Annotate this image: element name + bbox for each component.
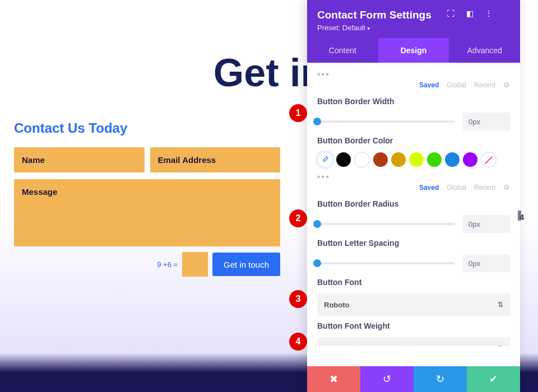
border-radius-value[interactable]: 0px (463, 215, 510, 233)
font-label: Button Font (317, 278, 510, 287)
swatch-black[interactable] (336, 152, 351, 167)
font-select[interactable]: Roboto ⇅ (317, 293, 510, 316)
swatch-gold[interactable] (391, 152, 406, 167)
history-recent[interactable]: Recent (474, 81, 495, 89)
slider-thumb-icon[interactable] (313, 259, 321, 267)
callout-4: 4 (289, 333, 307, 351)
submit-button[interactable]: Get in touch (212, 253, 280, 276)
side-number: 4 (520, 213, 524, 222)
swatch-purple[interactable] (463, 152, 477, 167)
chevron-updown-icon: ⇅ (498, 344, 503, 346)
swatch-none[interactable] (481, 152, 497, 167)
font-weight-select[interactable]: Medium ⇅ (317, 337, 510, 346)
letter-spacing-slider[interactable] (317, 262, 455, 264)
submit-row: 9 +6 = Get in touch (14, 252, 280, 277)
swatch-lime[interactable] (409, 152, 424, 167)
chevron-updown-icon: ⇅ (498, 301, 503, 309)
letter-spacing-slider-row: 0px (317, 254, 510, 272)
cancel-button[interactable]: ✖ (307, 366, 360, 392)
swatch-blue[interactable] (445, 152, 460, 167)
slider-thumb-icon[interactable] (313, 220, 321, 228)
email-input[interactable] (150, 147, 281, 172)
history-global[interactable]: Global (447, 81, 466, 89)
snap-icon[interactable]: ◧ (465, 9, 474, 18)
panel-body[interactable]: ••• Saved Global Recent ⚙ Button Border … (307, 63, 520, 346)
message-input[interactable] (14, 179, 280, 246)
border-width-slider[interactable] (317, 120, 455, 123)
font-weight-value: Medium (324, 344, 351, 347)
history-global-2[interactable]: Global (447, 184, 466, 192)
confirm-button[interactable]: ✔ (467, 366, 520, 392)
tab-advanced[interactable]: Advanced (449, 38, 520, 63)
captcha-input[interactable] (182, 252, 208, 277)
swatch-brown[interactable] (373, 152, 388, 167)
font-weight-label: Button Font Weight (317, 321, 510, 330)
form-heading: Contact Us Today (14, 120, 280, 136)
drag-dots-icon[interactable]: ••• (317, 69, 510, 80)
border-width-label: Button Border Width (317, 97, 510, 106)
undo-button[interactable]: ↺ (360, 366, 414, 392)
tab-design[interactable]: Design (378, 38, 449, 63)
redo-icon: ↻ (436, 373, 444, 385)
font-select-value: Roboto (324, 301, 349, 309)
panel-header: ⛶ ◧ ⋮ Contact Form Settings Preset: Defa… (307, 0, 520, 38)
border-width-slider-row: 0px (317, 113, 510, 130)
history-saved[interactable]: Saved (419, 81, 439, 89)
history-recent-2[interactable]: Recent (474, 184, 495, 192)
gear-icon-2[interactable]: ⚙ (503, 183, 510, 192)
more-icon[interactable]: ⋮ (484, 9, 493, 18)
color-swatches (317, 152, 510, 167)
undo-icon: ↺ (383, 373, 391, 385)
redo-button[interactable]: ↻ (414, 366, 467, 392)
name-input[interactable] (14, 147, 145, 172)
check-icon: ✔ (489, 373, 498, 385)
preset-selector[interactable]: Preset: Default (317, 24, 370, 32)
border-radius-label: Button Border Radius (317, 199, 510, 208)
history-row-2: Saved Global Recent ⚙ (317, 183, 510, 192)
drag-dots-icon-2[interactable]: ••• (317, 172, 510, 182)
border-width-value[interactable]: 0px (463, 113, 510, 130)
contact-form: Contact Us Today 9 +6 = Get in touch (14, 120, 280, 277)
callout-3: 3 (289, 290, 307, 308)
panel-tabs: Content Design Advanced (307, 38, 520, 63)
expand-icon[interactable]: ⛶ (446, 9, 455, 18)
border-radius-slider-row: 0px (317, 215, 510, 233)
callout-2: 2 (289, 209, 307, 227)
eyedropper-icon (321, 156, 329, 164)
letter-spacing-label: Button Letter Spacing (317, 239, 510, 248)
history-saved-2[interactable]: Saved (419, 184, 439, 192)
panel-footer: ✖ ↺ ↻ ✔ (307, 366, 520, 392)
letter-spacing-value[interactable]: 0px (463, 254, 510, 272)
eyedropper-button[interactable] (317, 152, 333, 167)
tab-content[interactable]: Content (307, 38, 378, 63)
captcha-label: 9 +6 = (157, 260, 178, 269)
border-color-label: Button Border Color (317, 136, 510, 145)
header-icons: ⛶ ◧ ⋮ (446, 9, 493, 18)
settings-panel: ⛶ ◧ ⋮ Contact Form Settings Preset: Defa… (307, 0, 520, 392)
callout-1: 1 (289, 104, 307, 122)
history-row-1: Saved Global Recent ⚙ (317, 81, 510, 89)
close-icon: ✖ (330, 373, 338, 385)
name-email-row (14, 147, 280, 172)
swatch-green[interactable] (427, 152, 442, 167)
border-radius-slider[interactable] (317, 223, 455, 225)
slider-thumb-icon[interactable] (313, 118, 321, 125)
gear-icon[interactable]: ⚙ (503, 81, 510, 89)
swatch-white[interactable] (354, 152, 370, 167)
page: Get in Contact Us Today 9 +6 = Get in to… (0, 0, 538, 392)
